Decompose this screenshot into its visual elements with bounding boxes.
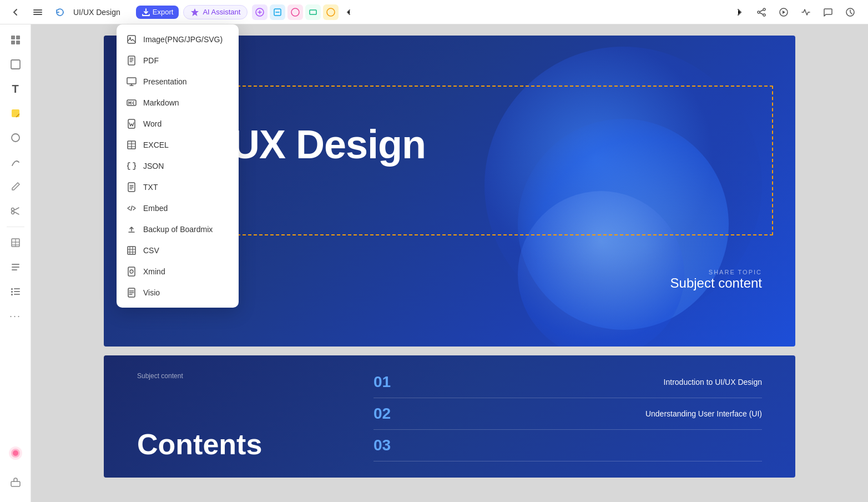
dropdown-label-csv: CSV (143, 246, 159, 255)
embed-icon (125, 202, 138, 214)
svg-rect-48 (128, 267, 135, 276)
dropdown-item-json[interactable]: JSON (117, 155, 239, 177)
plugin-icon-2[interactable] (270, 4, 285, 20)
svg-rect-0 (33, 9, 42, 11)
export-button[interactable]: Export (136, 6, 179, 19)
sidebar-item-scissors[interactable] (4, 200, 27, 222)
svg-point-40 (129, 37, 131, 39)
svg-rect-16 (16, 41, 20, 44)
ai-assistant-button[interactable]: AI Assistant (183, 5, 248, 19)
dropdown-item-xmind[interactable]: Xmind (117, 261, 239, 282)
ai-label: AI Assistant (203, 8, 240, 16)
word-icon (125, 118, 138, 130)
svg-rect-14 (16, 36, 20, 39)
slide2-items: 01 Introduction to UI/UX Design 02 Under… (374, 367, 762, 461)
share-topic-value: Subject content (670, 275, 762, 291)
toolbar-icons (252, 4, 356, 20)
activity-icon[interactable] (797, 3, 815, 21)
sidebar-divider (7, 227, 24, 227)
visio-icon (125, 287, 138, 299)
svg-rect-15 (11, 41, 15, 44)
refresh-icon (51, 3, 69, 21)
dropdown-item-pdf[interactable]: PDF (117, 50, 239, 71)
svg-point-21 (11, 212, 14, 214)
svg-rect-34 (14, 294, 20, 295)
sidebar-item-plugin[interactable] (4, 471, 27, 493)
sidebar-item-sticker[interactable] (4, 442, 27, 464)
svg-rect-42 (127, 78, 136, 84)
excel-icon (125, 139, 138, 151)
dropdown-item-markdown[interactable]: Markdown (117, 92, 239, 113)
svg-point-19 (12, 134, 19, 142)
dropdown-item-backup[interactable]: Backup of Boardmix (117, 219, 239, 240)
clock-icon[interactable] (841, 3, 859, 21)
plugin-icon-1[interactable] (252, 4, 268, 20)
svg-point-7 (327, 8, 335, 16)
share-button[interactable] (753, 3, 770, 21)
breadcrumb: UI/UX Design (73, 8, 120, 17)
dropdown-item-word[interactable]: Word (117, 113, 239, 134)
left-sidebar: T ··· (0, 24, 31, 502)
dropdown-label-pdf: PDF (143, 56, 159, 65)
dropdown-item-excel[interactable]: EXCEL (117, 134, 239, 155)
dropdown-item-txt[interactable]: TXT (117, 177, 239, 198)
export-label: Export (153, 8, 174, 16)
json-icon (125, 160, 138, 172)
sidebar-item-list[interactable] (4, 280, 27, 303)
sidebar-item-frame[interactable] (4, 53, 27, 76)
slide2-item-3: 03 (374, 430, 762, 461)
xmind-icon (125, 265, 138, 278)
slide2-subject: Subject content (137, 372, 183, 380)
svg-rect-1 (33, 12, 42, 13)
plugin-icon-3[interactable] (287, 4, 303, 20)
sidebar-item-text[interactable]: T (4, 78, 27, 100)
toolbar-center: Export AI Assistant (127, 4, 366, 20)
toolbar-left: UI/UX Design (0, 3, 127, 21)
dropdown-item-visio[interactable]: Visio (117, 282, 239, 303)
slide2-item-2: 02 Understanding User Interface (UI) (374, 398, 762, 430)
plugin-icon-5[interactable] (323, 4, 339, 20)
pdf-icon (125, 54, 138, 67)
dropdown-item-presentation[interactable]: Presentation (117, 71, 239, 92)
sidebar-item-sticky[interactable] (4, 102, 27, 124)
sidebar-item-pen[interactable] (4, 175, 27, 198)
slide-share-topic: SHARE TOPIC Subject content (670, 269, 762, 291)
presentation-icon (125, 76, 138, 88)
svg-rect-6 (310, 10, 316, 14)
dropdown-item-csv[interactable]: CSV (117, 240, 239, 261)
slide2-num-1: 01 (374, 373, 407, 391)
dropdown-label-word: Word (143, 119, 162, 128)
menu-button[interactable] (29, 3, 47, 21)
slide2-num-3: 03 (374, 436, 407, 454)
dropdown-label-json: JSON (143, 162, 164, 170)
dropdown-label-xmind: Xmind (143, 267, 165, 276)
svg-rect-31 (11, 291, 13, 293)
plugin-icon-4[interactable] (305, 4, 321, 20)
svg-rect-38 (11, 481, 20, 486)
dropdown-item-image[interactable]: Image(PNG/JPG/SVG) (117, 29, 239, 50)
dropdown-label-presentation: Presentation (143, 77, 187, 86)
dropdown-item-embed[interactable]: Embed (117, 198, 239, 219)
sidebar-item-line[interactable] (4, 151, 27, 173)
collapse-toolbar-button[interactable] (341, 4, 356, 20)
dropdown-label-markdown: Markdown (143, 98, 179, 107)
share-topic-label: SHARE TOPIC (670, 269, 762, 275)
image-icon (125, 33, 138, 46)
dropdown-label-visio: Visio (143, 288, 160, 297)
chat-button[interactable] (819, 3, 837, 21)
backup-icon (125, 223, 138, 235)
dropdown-label-excel: EXCEL (143, 140, 169, 149)
svg-rect-18 (12, 109, 19, 117)
chevron-right-icon[interactable] (730, 3, 748, 21)
sidebar-item-more[interactable]: ··· (4, 305, 27, 327)
sidebar-item-text-block[interactable] (4, 256, 27, 278)
main-toolbar: UI/UX Design Export AI Assistant (0, 0, 868, 24)
back-button[interactable] (7, 3, 24, 21)
svg-rect-2 (33, 14, 42, 15)
sidebar-item-table[interactable] (4, 232, 27, 254)
sidebar-item-shape[interactable] (4, 127, 27, 149)
svg-point-37 (13, 450, 18, 456)
svg-rect-13 (11, 36, 15, 39)
sidebar-item-home[interactable] (4, 29, 27, 51)
play-button[interactable] (775, 3, 793, 21)
